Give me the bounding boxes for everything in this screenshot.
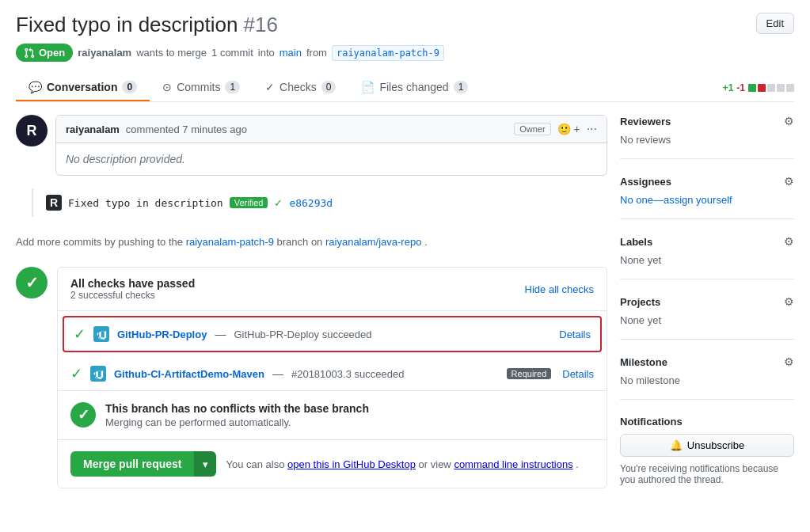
checks-top: All checks have passed 2 successful chec…	[58, 268, 607, 311]
tab-files-label: Files changed	[379, 81, 448, 93]
merge-dropdown-button[interactable]: ▾	[194, 451, 216, 477]
sidebar-reviewers-value: No reviews	[620, 134, 794, 146]
branch-link[interactable]: raiyanalam-patch-9	[186, 236, 274, 248]
tab-files[interactable]: 📄 Files changed 1	[348, 74, 481, 101]
diff-sq-4	[777, 84, 785, 92]
bell-icon: 🔔	[670, 439, 683, 451]
tab-files-count: 1	[454, 81, 469, 93]
check-1-name[interactable]: GitHub-PR-Deploy	[117, 329, 207, 340]
sidebar-labels-label: Labels ⚙	[620, 235, 794, 248]
tab-conversation-label: Conversation	[47, 81, 117, 93]
main-content: R raiyanalam commented 7 minutes ago Own…	[16, 115, 607, 514]
sidebar-assignees-section: Assignees ⚙ No one—assign yourself	[620, 175, 794, 219]
diff-deletions: -1	[736, 82, 745, 93]
merge-hint-end: .	[576, 458, 579, 470]
no-conflicts-section: ✓ This branch has no conflicts with the …	[58, 390, 607, 439]
commit-hash-link[interactable]: e86293d	[289, 197, 333, 209]
pr-number: #16	[244, 13, 278, 36]
assignees-settings-button[interactable]: ⚙	[784, 175, 794, 188]
pr-status-bar: Open raiyanalam wants to merge 1 commit …	[16, 44, 794, 62]
comment-header: raiyanalam commented 7 minutes ago Owner…	[56, 116, 607, 143]
pr-title: Fixed typo in description #16	[16, 13, 278, 37]
reviewers-settings-button[interactable]: ⚙	[784, 115, 794, 127]
reviewers-label-text: Reviewers	[620, 116, 671, 127]
check-2-service-icon	[90, 366, 106, 382]
diff-sq-3	[767, 84, 775, 92]
more-options-button[interactable]: ···	[587, 122, 597, 136]
checks-passed-icon: ✓	[16, 267, 48, 298]
open-badge-label: Open	[39, 47, 65, 59]
checks-info: All checks have passed 2 successful chec…	[70, 277, 515, 301]
sidebar-milestone-label: Milestone ⚙	[620, 355, 794, 368]
pr-commit-count: 1 commit	[211, 47, 253, 59]
tab-conversation-count: 0	[122, 81, 137, 93]
merge-hint-middle: or view	[419, 458, 451, 470]
comment-body: No description provided.	[56, 143, 607, 175]
merge-area: Merge pull request ▾ You can also open t…	[58, 439, 607, 488]
check-2-status-icon: ✓	[70, 365, 82, 382]
checks-wrapper: ✓ All checks have passed 2 successful ch…	[16, 267, 607, 488]
checks-subtitle: 2 successful checks	[70, 290, 515, 301]
tab-checks[interactable]: ✓ Checks 0	[253, 74, 348, 101]
emoji-button[interactable]: 🙂 +	[557, 123, 580, 135]
labels-settings-button[interactable]: ⚙	[784, 235, 794, 248]
sidebar-assignees-label: Assignees ⚙	[620, 175, 794, 188]
check-2-description: #20181003.3 succeeded	[291, 368, 404, 380]
no-conflicts-text: This branch has no conflicts with the ba…	[105, 402, 369, 428]
commits-icon: ⊙	[162, 81, 172, 93]
assignees-label-text: Assignees	[620, 176, 671, 188]
milestone-settings-button[interactable]: ⚙	[784, 355, 794, 368]
check-item-2: ✓ Github-CI-ArtifactDemo-Maven — #201810…	[58, 357, 607, 390]
sidebar-reviewers-section: Reviewers ⚙ No reviews	[620, 115, 794, 159]
assign-yourself-link[interactable]: No one—assign yourself	[620, 194, 732, 206]
base-branch-link[interactable]: main	[280, 47, 302, 59]
comment-time: commented 7 minutes ago	[126, 124, 247, 135]
repo-link[interactable]: raiyanalam/java-repo	[325, 236, 421, 248]
check-2-details-link[interactable]: Details	[562, 368, 594, 380]
diff-sq-5	[786, 84, 794, 92]
hide-all-checks-button[interactable]: Hide all checks	[525, 283, 594, 295]
check-1-description: GitHub-PR-Deploy succeeded	[234, 329, 371, 340]
no-conflicts-subtitle: Merging can be performed automatically.	[105, 416, 369, 428]
verified-check-icon: ✓	[274, 197, 283, 209]
conversation-icon: 💬	[29, 81, 42, 93]
open-github-desktop-link[interactable]: open this in GitHub Desktop	[287, 458, 416, 470]
tab-commits[interactable]: ⊙ Commits 1	[150, 74, 253, 101]
tab-conversation[interactable]: 💬 Conversation 0	[16, 74, 150, 101]
check-1-details-link[interactable]: Details	[559, 329, 591, 340]
merge-button-group: Merge pull request ▾	[70, 451, 216, 477]
unsubscribe-button[interactable]: 🔔 Unsubscribe	[620, 434, 794, 457]
head-branch-name: raiyanalam-patch-9	[332, 45, 444, 61]
command-line-link[interactable]: command line instructions	[454, 458, 572, 470]
check-2-name[interactable]: Github-CI-ArtifactDemo-Maven	[114, 368, 264, 380]
left-icon-col: ✓	[16, 267, 48, 298]
sidebar-notifications-label: Notifications	[620, 416, 794, 428]
comment-body-text: No description provided.	[66, 153, 185, 165]
unsubscribe-label: Unsubscribe	[687, 439, 744, 451]
check-2-separator: —	[272, 367, 283, 380]
sidebar-milestone-section: Milestone ⚙ No milestone	[620, 355, 794, 400]
checks-container: All checks have passed 2 successful chec…	[57, 267, 607, 488]
merge-pull-request-button[interactable]: Merge pull request	[70, 451, 194, 477]
no-conflicts-icon: ✓	[70, 402, 96, 428]
diff-sq-2	[758, 84, 766, 92]
sidebar-projects-value: None yet	[620, 314, 794, 326]
diff-squares	[748, 84, 794, 92]
sidebar-assignees-value: No one—assign yourself	[620, 194, 794, 206]
sidebar-notifications-section: Notifications 🔔 Unsubscribe You're recei…	[620, 416, 794, 498]
edit-button[interactable]: Edit	[756, 13, 794, 34]
projects-settings-button[interactable]: ⚙	[784, 295, 794, 308]
comment-box: raiyanalam commented 7 minutes ago Owner…	[55, 115, 607, 176]
tabs-bar: 💬 Conversation 0 ⊙ Commits 1 ✓ Checks 0 …	[16, 74, 794, 102]
pr-into-label: into	[258, 47, 275, 59]
pr-action: wants to merge	[136, 47, 207, 59]
milestone-label-text: Milestone	[620, 356, 667, 368]
owner-badge: Owner	[514, 123, 550, 135]
merge-hint: You can also open this in GitHub Desktop…	[226, 458, 578, 470]
sidebar-labels-value: None yet	[620, 254, 794, 266]
sidebar-reviewers-label: Reviewers ⚙	[620, 115, 794, 127]
sidebar-projects-section: Projects ⚙ None yet	[620, 295, 794, 340]
commit-ref-text: Fixed typo in description	[68, 197, 223, 209]
check-1-separator: —	[215, 328, 226, 340]
sidebar-projects-label: Projects ⚙	[620, 295, 794, 308]
